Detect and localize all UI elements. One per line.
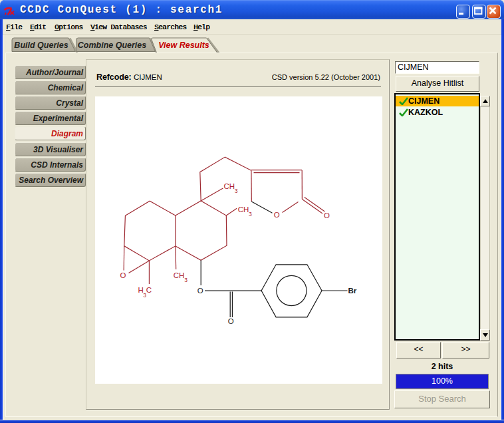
svg-text:Build Queries: Build Queries xyxy=(14,41,68,50)
svg-text:O: O xyxy=(120,271,126,279)
svg-text:CH: CH xyxy=(238,206,249,213)
svg-text:Combine Queries: Combine Queries xyxy=(78,41,147,50)
svg-text:3: 3 xyxy=(184,277,188,283)
svg-text:3: 3 xyxy=(235,188,238,194)
svg-text:CH: CH xyxy=(223,182,235,190)
svg-text:O: O xyxy=(228,317,234,325)
svg-text:3: 3 xyxy=(249,211,252,217)
svg-text:O: O xyxy=(274,211,280,219)
svg-text:Br: Br xyxy=(348,287,357,295)
svg-text:O: O xyxy=(197,287,203,295)
svg-text:CH: CH xyxy=(174,271,185,279)
svg-text:O: O xyxy=(324,212,330,219)
svg-text:View Results: View Results xyxy=(158,41,209,50)
svg-text:C: C xyxy=(146,286,152,294)
